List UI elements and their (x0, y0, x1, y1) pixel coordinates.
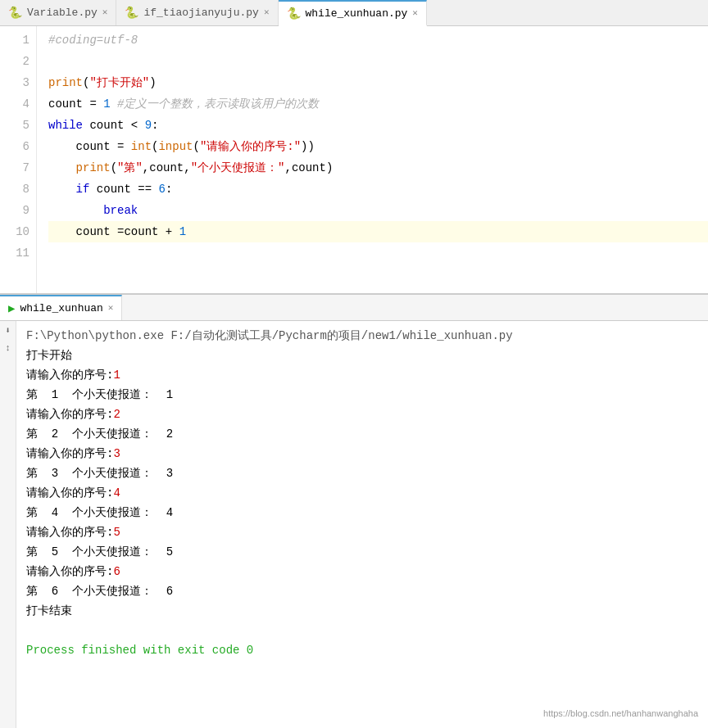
ln-5: 5 (0, 115, 30, 136)
tab-while-close[interactable]: ✕ (412, 9, 418, 18)
output-line-input-1: 请输入你的序号:1 (26, 365, 698, 385)
ln-11: 11 (0, 242, 30, 264)
output-line-blank (26, 621, 698, 640)
code-line-9: break (48, 200, 708, 221)
ln-10: 10 (0, 221, 30, 242)
code-line-5: while count < 9: (48, 115, 708, 136)
output-line-report-5: 第 5 个小天使报道： 5 (26, 542, 698, 562)
python-icon: 🐍 (8, 6, 22, 20)
terminal-tab-run[interactable]: ▶ while_xunhuan ✕ (0, 295, 122, 320)
tab-while[interactable]: 🐍 while_xunhuan.py ✕ (279, 0, 427, 26)
output-line-process: Process finished with exit code 0 (26, 640, 698, 660)
terminal-area: ▶ while_xunhuan ✕ ⬇ ↕ F:\Python\python.e… (0, 295, 708, 728)
watermark: https://blog.csdn.net/hanhanwanghaha (543, 708, 698, 718)
terminal-body: ⬇ ↕ F:\Python\python.exe F:/自动化测试工具/Pych… (0, 321, 708, 728)
output-line-input-2: 请输入你的序号:2 (26, 405, 698, 424)
code-line-8: if count == 6: (48, 179, 708, 200)
terminal-sidebar: ⬇ ↕ (0, 321, 16, 728)
ln-1: 1 (0, 29, 30, 51)
output-line-report-2: 第 2 个小天使报道： 2 (26, 424, 698, 444)
tab-tiao-label: if_tiaojianyuju.py (143, 7, 258, 19)
ln-9: 9 (0, 200, 30, 221)
code-content[interactable]: #coding=utf-8 print("打卡开始") count = 1 #定… (37, 26, 708, 293)
sidebar-download-icon[interactable]: ⬇ (2, 324, 14, 336)
ln-6: 6 (0, 136, 30, 157)
terminal-tab-label: while_xunhuan (20, 302, 102, 314)
tab-while-label: while_xunhuan.py (306, 7, 408, 20)
code-line-6: count = int(input("请输入你的序号:")) (48, 136, 708, 157)
terminal-tab-bar: ▶ while_xunhuan ✕ (0, 295, 708, 321)
python-icon-2: 🐍 (125, 6, 138, 20)
ln-4: 4 (0, 93, 30, 115)
tab-variable[interactable]: 🐍 Variable.py ✕ (0, 0, 116, 25)
output-line-report-3: 第 3 个小天使报道： 3 (26, 463, 698, 483)
terminal-tab-close[interactable]: ✕ (108, 304, 114, 313)
output-line-start: 打卡开始 (26, 346, 698, 365)
code-line-7: print("第",count,"个小天使报道：",count) (48, 157, 708, 179)
python-icon-3: 🐍 (287, 7, 301, 20)
code-line-4: count = 1 #定义一个整数，表示读取该用户的次数 (48, 93, 708, 115)
code-line-11 (48, 242, 708, 264)
output-line-path: F:\Python\python.exe F:/自动化测试工具/Pycharm的… (26, 326, 698, 346)
tab-tiao-close[interactable]: ✕ (264, 8, 270, 17)
output-line-report-1: 第 1 个小天使报道： 1 (26, 385, 698, 405)
editor-area: 🐍 Variable.py ✕ 🐍 if_tiaojianyuju.py ✕ 🐍… (0, 0, 708, 295)
ln-3: 3 (0, 72, 30, 93)
ln-8: 8 (0, 179, 30, 200)
sidebar-scroll-icon[interactable]: ↕ (2, 342, 14, 354)
output-line-input-3: 请输入你的序号:3 (26, 444, 698, 463)
output-line-input-5: 请输入你的序号:5 (26, 522, 698, 542)
code-line-2 (48, 51, 708, 72)
ln-7: 7 (0, 157, 30, 179)
tab-variable-close[interactable]: ✕ (102, 8, 108, 17)
tab-tiao[interactable]: 🐍 if_tiaojianyuju.py ✕ (116, 0, 278, 25)
code-line-10: count =count + 1 (48, 221, 708, 242)
code-line-1: #coding=utf-8 (48, 29, 708, 51)
code-editor[interactable]: 1 2 3 4 5 6 7 8 9 10 11 #coding=utf-8 pr… (0, 26, 708, 293)
terminal-output[interactable]: F:\Python\python.exe F:/自动化测试工具/Pycharm的… (16, 321, 708, 728)
run-icon: ▶ (8, 301, 15, 315)
tab-variable-label: Variable.py (27, 7, 98, 19)
output-line-end: 打卡结束 (26, 601, 698, 621)
output-line-input-4: 请输入你的序号:4 (26, 483, 698, 503)
output-line-input-6: 请输入你的序号:6 (26, 562, 698, 581)
line-numbers: 1 2 3 4 5 6 7 8 9 10 11 (0, 26, 37, 293)
tab-bar: 🐍 Variable.py ✕ 🐍 if_tiaojianyuju.py ✕ 🐍… (0, 0, 708, 26)
code-line-3: print("打卡开始") (48, 72, 708, 93)
ln-2: 2 (0, 51, 30, 72)
output-line-report-6: 第 6 个小天使报道： 6 (26, 581, 698, 601)
output-line-report-4: 第 4 个小天使报道： 4 (26, 503, 698, 522)
